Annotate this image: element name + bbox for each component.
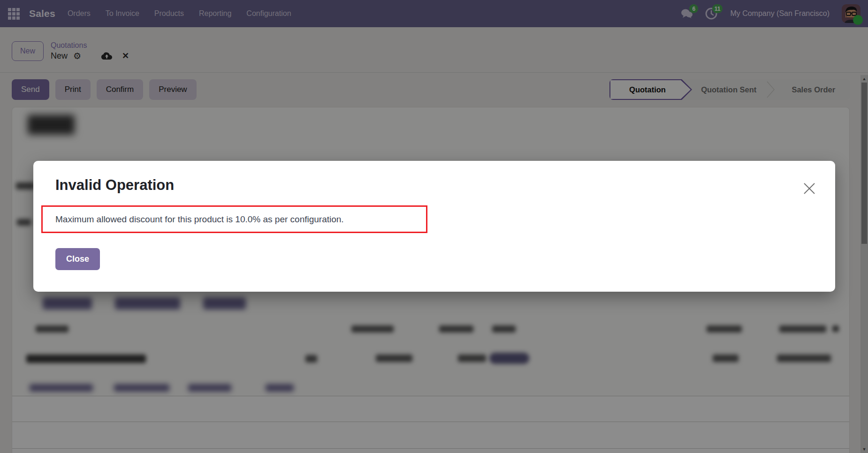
- error-message: Maximum allowed discount for this produc…: [55, 214, 344, 225]
- dialog-title: Invalid Operation: [55, 177, 174, 194]
- dialog-close-button[interactable]: Close: [55, 248, 100, 270]
- invalid-operation-dialog: Invalid Operation Maximum allowed discou…: [33, 161, 835, 292]
- close-icon[interactable]: [802, 181, 816, 196]
- odoo-sales-screen: Sales Orders To Invoice Products Reporti…: [0, 0, 868, 453]
- error-message-highlight: Maximum allowed discount for this produc…: [41, 205, 427, 233]
